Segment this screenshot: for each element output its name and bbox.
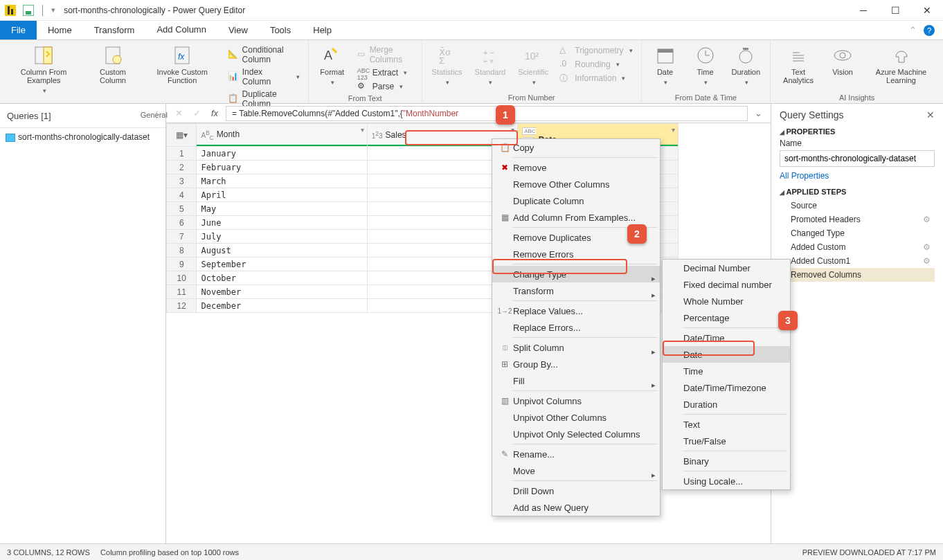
svg-text:Σ: Σ [439,55,444,65]
queries-collapse-icon[interactable]: 〈 [150,109,159,122]
ctx-add-from-examples[interactable]: ▦Add Column From Examples... [492,209,660,226]
all-properties-link[interactable]: All Properties [780,171,829,181]
type-percentage[interactable]: Percentage [663,309,790,326]
filter-icon[interactable]: ▾ [361,126,364,134]
ctx-replace-errors[interactable]: Replace Errors... [492,319,660,336]
type-fixed-decimal[interactable]: Fixed decimal number [663,276,790,293]
ribbon-tabs: File Home Transform Add Column View Tool… [0,21,943,40]
svg-rect-2 [11,9,13,15]
ctx-drill-down[interactable]: Drill Down [492,482,660,499]
text-analytics-button[interactable]: Text Analytics [776,42,820,84]
type-date[interactable]: Date [663,346,790,363]
ctx-unpivot-other[interactable]: Unpivot Other Columns [492,409,660,426]
index-column-button[interactable]: 📊Index Column [225,66,303,87]
svg-point-20 [739,51,752,63]
svg-rect-0 [5,5,16,16]
invoke-custom-function-button[interactable]: fx Invoke Custom Function [144,42,221,84]
filter-icon[interactable]: ▾ [672,126,675,134]
applied-step[interactable]: Added Custom1⚙ [780,254,935,268]
tab-add-column[interactable]: Add Column [145,21,217,39]
ribbon-group-ai: AI Insights [776,92,937,103]
vision-button[interactable]: Vision [825,42,861,76]
type-binary[interactable]: Binary [663,453,790,469]
ctx-group-by[interactable]: ⊞Group By... [492,356,660,372]
duration-button[interactable]: Duration [728,42,765,86]
parse-button[interactable]: ⚙Parse [354,80,416,93]
ctx-rename[interactable]: ✎Rename... [492,446,660,462]
ctx-add-new-query[interactable]: Add as New Query [492,499,660,516]
type-decimal[interactable]: Decimal Number [663,260,790,276]
app-icon [4,4,17,17]
ctx-duplicate[interactable]: Duplicate Column [492,192,660,209]
conditional-column-button[interactable]: 📐Conditional Column [225,44,303,65]
help-icon[interactable]: ? [924,25,935,36]
column-from-examples-button[interactable]: Column From Examples [6,42,82,94]
ctx-unpivot[interactable]: ▥Unpivot Columns [492,392,660,409]
status-bar: 3 COLUMNS, 12 ROWS Column profiling base… [0,543,943,560]
ctx-remove-errors[interactable]: Remove Errors [492,246,660,262]
svg-point-22 [834,51,851,60]
svg-text:fx: fx [178,52,185,62]
type-duration[interactable]: Duration [663,396,790,413]
time-button[interactable]: Time [688,42,724,86]
applied-step[interactable]: Added Custom⚙ [780,240,935,254]
filter-icon[interactable]: ▾ [511,126,514,134]
type-datetime[interactable]: Date/Time [663,329,790,346]
ctx-fill[interactable]: Fill [492,372,660,389]
type-truefalse[interactable]: True/False [663,433,790,449]
maximize-button[interactable]: ☐ [879,0,911,21]
ctx-split-column[interactable]: ⎅Split Column [492,339,660,356]
queries-header: Queries [1] [7,111,51,121]
formula-cancel-icon[interactable]: ✕ [172,108,186,118]
type-whole-number[interactable]: Whole Number [663,293,790,309]
format-button[interactable]: A Format [314,42,350,86]
tab-tools[interactable]: Tools [259,21,302,39]
ctx-replace-values[interactable]: 1→2Replace Values... [492,302,660,319]
applied-step[interactable]: Promoted Headers⚙ [780,213,935,226]
settings-header: Query Settings [780,109,844,120]
tab-file[interactable]: File [0,21,37,39]
azure-ml-button[interactable]: Azure Machine Learning [865,42,937,84]
ctx-copy[interactable]: 📋Copy [492,139,660,156]
name-label: Name [780,138,935,148]
extract-button[interactable]: ABC123Extract [354,66,416,79]
type-time[interactable]: Time [663,363,790,379]
svg-point-8 [113,55,121,64]
ctx-unpivot-selected[interactable]: Unpivot Only Selected Columns [492,426,660,442]
settings-close-icon[interactable]: ✕ [926,109,935,120]
tab-view[interactable]: View [217,21,259,39]
type-datetime-tz[interactable]: Date/Time/Timezone [663,379,790,396]
ctx-remove[interactable]: ✖Remove [492,159,660,176]
svg-rect-18 [658,49,673,53]
ctx-move[interactable]: Move [492,462,660,479]
fx-icon[interactable]: fx [208,108,222,118]
applied-step[interactable]: Changed Type [780,226,935,240]
date-button[interactable]: Date [647,42,683,86]
applied-step[interactable]: Source [780,199,935,213]
formula-accept-icon[interactable]: ✓ [190,108,204,118]
ribbon-collapse-icon[interactable]: ⌃ [909,25,917,35]
query-item[interactable]: sort-months-chronologically-dataset [0,128,165,146]
applied-step[interactable]: Removed Columns [780,268,935,282]
status-preview-time: PREVIEW DOWNLOADED AT 7:17 PM [802,548,936,557]
minimize-button[interactable]: ─ [847,0,879,21]
type-using-locale[interactable]: Using Locale... [663,473,790,489]
type-text[interactable]: Text [663,416,790,433]
save-icon[interactable] [22,4,35,17]
tab-help[interactable]: Help [302,21,343,39]
ctx-remove-other[interactable]: Remove Other Columns [492,176,660,192]
tab-home[interactable]: Home [37,21,83,39]
statistics-button: X̄σΣStatistics [428,42,467,86]
formula-input[interactable]: = Table.RemoveColumns(#"Added Custom1",{… [226,106,748,121]
table-icon[interactable]: ▦▾ [167,124,197,147]
close-button[interactable]: ✕ [911,0,943,21]
query-name-input[interactable] [780,150,935,167]
information-button: ⓘInformation [557,72,635,84]
ctx-transform[interactable]: Transform [492,282,660,299]
formula-expand-icon[interactable]: ⌄ [752,108,765,118]
svg-text:÷ ×: ÷ × [483,57,494,65]
custom-column-button[interactable]: Custom Column [86,42,140,84]
ctx-change-type[interactable]: Change Type [492,266,660,282]
tab-transform[interactable]: Transform [83,21,146,39]
column-header-month[interactable]: ABCMonth ▾ [197,124,367,147]
